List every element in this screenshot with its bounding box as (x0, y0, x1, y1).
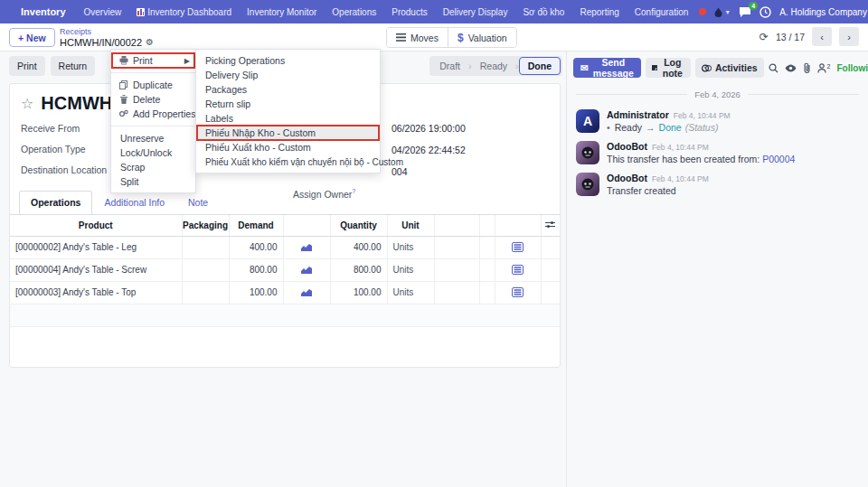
col-demand[interactable]: Demand (229, 215, 283, 236)
record-actions-gear-icon[interactable]: ⚙ (146, 37, 154, 48)
table-row[interactable]: [00000003] Andy's Table - Top 100.00 100… (10, 281, 560, 304)
nav-item-products[interactable]: Products (387, 2, 431, 23)
administrator-avatar[interactable]: A (576, 109, 599, 133)
col-packaging[interactable]: Packaging (182, 215, 229, 236)
cell-demand[interactable]: 800.00 (229, 258, 283, 281)
cell-product[interactable]: [00000003] Andy's Table - Top (10, 281, 182, 304)
nav-item-so-do-kho[interactable]: Sơ đồ kho (518, 2, 569, 23)
tab-operations[interactable]: Operations (19, 191, 92, 214)
cell-product[interactable]: [00000002] Andy's Table - Leg (10, 236, 182, 258)
cell-forecast[interactable] (283, 281, 330, 304)
submenu-item-phieu-xuat-kho-noi-bo-custom[interactable]: Phiếu Xuất kho kiểm vận chuyển nội bộ - … (196, 155, 380, 169)
submenu-item-delivery-slip[interactable]: Delivery Slip (196, 68, 380, 82)
cell-unit[interactable]: Units (387, 236, 434, 258)
menu-item-unreserve[interactable]: Unreserve (111, 131, 195, 145)
nav-item-delivery-display[interactable]: Delivery Display (439, 2, 513, 23)
messages-button[interactable]: 4 (739, 6, 751, 17)
menu-item-add-properties[interactable]: Add Properties (111, 107, 195, 121)
add-line-area[interactable] (10, 304, 560, 327)
send-message-button[interactable]: ✉ Send message (573, 58, 641, 78)
company-name[interactable]: A. Holdings Company Limited (779, 7, 868, 17)
tab-note[interactable]: Note (176, 191, 220, 214)
activities-clock-icon[interactable] (760, 6, 771, 18)
source-record-link[interactable]: P00004 (762, 154, 795, 164)
assign-owner-link[interactable]: Assign Owner? (293, 188, 355, 200)
col-quantity[interactable]: Quantity (330, 215, 387, 236)
status-step-draft[interactable]: Draft (431, 61, 468, 71)
favorite-star-icon[interactable]: ☆ (21, 95, 33, 112)
nav-item-reporting[interactable]: Reporting (575, 2, 623, 23)
menu-item-delete[interactable]: Delete (111, 92, 195, 107)
pager-count: 13 / 17 (776, 32, 805, 42)
message-author[interactable]: Administrator (607, 109, 669, 120)
search-messages-icon[interactable] (769, 63, 778, 73)
odoobot-avatar[interactable] (576, 173, 599, 196)
submenu-item-labels[interactable]: Labels (196, 111, 380, 126)
menu-item-print[interactable]: Print ▶ (111, 53, 195, 68)
col-options[interactable] (541, 215, 560, 236)
nav-item-inventory-monitor[interactable]: Inventory Monitor (242, 2, 321, 23)
following-toggle[interactable]: Following (837, 63, 868, 73)
nav-item-configuration[interactable]: Configuration (630, 2, 693, 23)
apps-grid-icon[interactable] (9, 6, 11, 17)
cell-product[interactable]: [00000004] Andy's Table - Screw (10, 258, 182, 281)
submenu-item-packages[interactable]: Packages (196, 82, 380, 97)
cell-quantity[interactable]: 800.00 (330, 258, 387, 281)
print-button[interactable]: Print (9, 56, 45, 76)
cell-unit[interactable]: Units (387, 258, 434, 281)
submenu-item-return-slip[interactable]: Return slip (196, 97, 380, 111)
log-note-button[interactable]: Log note (646, 58, 691, 78)
message-author[interactable]: OdooBot (607, 173, 647, 183)
refresh-icon[interactable]: ⟳ (760, 31, 769, 43)
cell-detailed-operations[interactable] (495, 236, 541, 258)
cell-detailed-operations[interactable] (495, 281, 541, 304)
cell-demand[interactable]: 400.00 (229, 236, 283, 258)
table-row[interactable]: [00000002] Andy's Table - Leg 400.00 400… (10, 236, 560, 258)
nav-item-inventory-dashboard[interactable]: Inventory Dashboard (132, 2, 236, 23)
menu-item-split[interactable]: Split (111, 174, 195, 189)
pager-previous-button[interactable]: ‹ (812, 27, 832, 46)
message-author[interactable]: OdooBot (607, 141, 647, 152)
status-step-done[interactable]: Done (519, 57, 561, 75)
notebook-tabs: Operations Additional Info Note (10, 191, 560, 215)
activities-button[interactable]: Activities (695, 58, 764, 78)
cell-forecast[interactable] (283, 258, 330, 281)
submenu-item-phieu-xuat-kho-custom[interactable]: Phiếu Xuất kho - Custom (196, 140, 380, 155)
cell-forecast[interactable] (283, 236, 330, 258)
cell-quantity[interactable]: 100.00 (330, 281, 387, 304)
droplet-menu[interactable]: ▼ (714, 7, 731, 17)
new-button[interactable]: + New (9, 28, 55, 47)
eye-icon[interactable] (785, 64, 797, 72)
field-label-receive-from: Receive From (21, 123, 117, 134)
table-row[interactable]: [00000004] Andy's Table - Screw 800.00 8… (10, 258, 560, 281)
source-document-value[interactable]: 004 (392, 166, 466, 188)
cell-demand[interactable]: 100.00 (229, 281, 283, 304)
nav-item-overview[interactable]: Overview (80, 2, 127, 23)
pager-next-button[interactable]: › (839, 27, 859, 46)
cell-quantity[interactable]: 400.00 (330, 236, 387, 258)
odoobot-avatar[interactable] (576, 141, 599, 164)
tab-additional-info[interactable]: Additional Info (92, 191, 176, 214)
menu-item-scrap[interactable]: Scrap (111, 160, 195, 174)
menu-item-duplicate[interactable]: Duplicate (111, 78, 195, 92)
cell-unit[interactable]: Units (387, 281, 434, 304)
cell-packaging[interactable] (182, 258, 229, 281)
col-product[interactable]: Product (10, 215, 182, 236)
cell-detailed-operations[interactable] (495, 258, 541, 281)
app-name[interactable]: Inventory (21, 6, 66, 17)
valuation-button[interactable]: $ Valuation (448, 28, 516, 47)
paperclip-icon[interactable] (803, 62, 811, 73)
submenu-item-picking-operations[interactable]: Picking Operations (196, 53, 380, 68)
moves-button[interactable]: Moves (387, 28, 448, 47)
scheduled-date-value[interactable]: 06/2026 19:00:00 (392, 123, 466, 145)
breadcrumb-parent[interactable]: Receipts (60, 26, 154, 37)
col-unit[interactable]: Unit (387, 215, 434, 236)
submenu-item-phieu-nhap-kho-custom[interactable]: Phiếu Nhập Kho - Custom (196, 126, 380, 140)
followers-icon[interactable]: 2 (817, 63, 831, 73)
status-step-ready[interactable]: Ready (472, 61, 515, 71)
nav-item-operations[interactable]: Operations (327, 2, 381, 23)
menu-item-lock-unlock[interactable]: Lock/Unlock (111, 145, 195, 160)
cell-packaging[interactable] (182, 236, 229, 258)
return-button[interactable]: Return (51, 56, 96, 76)
cell-packaging[interactable] (182, 281, 229, 304)
